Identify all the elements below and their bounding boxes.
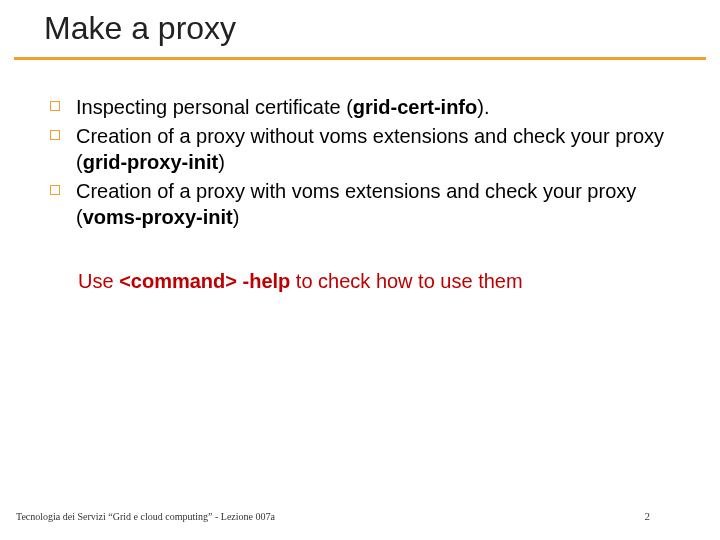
bullet-icon [50, 185, 60, 195]
footer-left: Tecnologia dei Servizi “Grid e cloud com… [16, 511, 275, 522]
text-bold: grid-proxy-init [83, 151, 219, 173]
bullet-text: Inspecting personal certificate (grid-ce… [76, 94, 670, 120]
text-run: ) [233, 206, 240, 228]
bullet-item: Creation of a proxy without voms extensi… [50, 123, 670, 175]
text-run: ). [477, 96, 489, 118]
slide: Make a proxy Inspecting personal certifi… [0, 0, 720, 540]
bullet-text: Creation of a proxy without voms extensi… [76, 123, 670, 175]
footer: Tecnologia dei Servizi “Grid e cloud com… [16, 510, 650, 522]
page-number: 2 [645, 510, 651, 522]
text-bold: <command> -help [119, 270, 290, 292]
slide-title: Make a proxy [44, 10, 720, 55]
text-run: Inspecting personal certificate ( [76, 96, 353, 118]
text-bold: voms-proxy-init [83, 206, 233, 228]
bullet-item: Inspecting personal certificate (grid-ce… [50, 94, 670, 120]
bullet-icon [50, 130, 60, 140]
text-bold: grid-cert-info [353, 96, 477, 118]
title-area: Make a proxy [0, 0, 720, 55]
bullet-icon [50, 101, 60, 111]
bullet-text: Creation of a proxy with voms extensions… [76, 178, 670, 230]
body-area: Inspecting personal certificate (grid-ce… [0, 60, 720, 293]
text-run: to check how to use them [290, 270, 522, 292]
text-run: Use [78, 270, 119, 292]
help-hint: Use <command> -help to check how to use … [78, 270, 670, 293]
text-run: ) [218, 151, 225, 173]
bullet-item: Creation of a proxy with voms extensions… [50, 178, 670, 230]
